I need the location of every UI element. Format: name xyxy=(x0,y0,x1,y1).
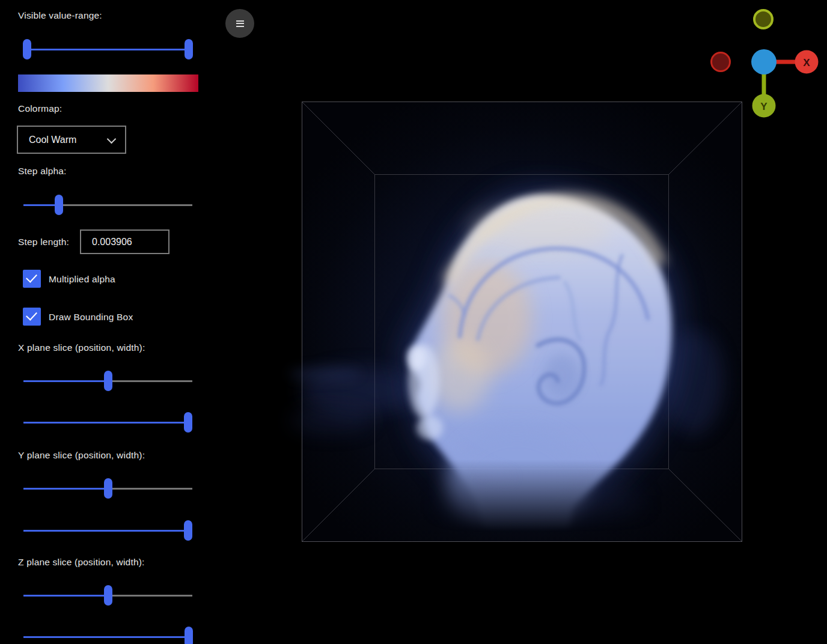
z-slice-width-thumb[interactable] xyxy=(185,627,193,644)
x-slice-width-thumb[interactable] xyxy=(184,412,192,433)
colormap-gradient-bar xyxy=(18,74,198,92)
value-range-high-thumb[interactable] xyxy=(185,39,193,59)
step-alpha-label: Step alpha: xyxy=(18,166,67,177)
colormap-label: Colormap: xyxy=(18,103,62,114)
step-length-label: Step length: xyxy=(18,237,69,248)
y-slice-width-slider[interactable] xyxy=(23,520,192,541)
x-slice-label: X plane slice (position, width): xyxy=(18,342,145,353)
step-alpha-slider[interactable] xyxy=(23,194,192,216)
value-range-label: Visible value-range: xyxy=(18,10,102,21)
gizmo-y-label: Y xyxy=(760,101,767,112)
z-slice-position-slider[interactable] xyxy=(23,585,192,606)
chevron-down-icon xyxy=(108,136,115,144)
multiplied-alpha-checkbox[interactable] xyxy=(23,270,41,288)
y-slice-position-thumb[interactable] xyxy=(104,478,112,499)
draw-bounding-box-checkbox[interactable] xyxy=(23,308,41,326)
gizmo-x-negative-handle[interactable] xyxy=(712,53,730,71)
colormap-select[interactable]: Cool Warm xyxy=(17,126,126,154)
colormap-selected-value: Cool Warm xyxy=(29,135,108,145)
z-slice-label: Z plane slice (position, width): xyxy=(18,557,145,568)
x-slice-position-slider[interactable] xyxy=(23,370,192,392)
y-slice-label: Y plane slice (position, width): xyxy=(18,450,145,461)
multiplied-alpha-label: Multiplied alpha xyxy=(49,274,115,285)
x-slice-position-thumb[interactable] xyxy=(104,371,112,391)
z-slice-position-thumb[interactable] xyxy=(104,585,112,606)
step-length-input[interactable] xyxy=(80,229,169,254)
y-slice-position-slider[interactable] xyxy=(23,478,192,499)
gizmo-z-negative-handle[interactable] xyxy=(754,10,772,28)
step-alpha-thumb[interactable] xyxy=(55,195,63,215)
draw-bounding-box-label: Draw Bounding Box xyxy=(49,312,133,323)
z-slice-width-slider[interactable] xyxy=(23,626,192,644)
value-range-slider[interactable] xyxy=(23,38,192,60)
gizmo-x-label: X xyxy=(803,57,810,68)
orientation-gizmo[interactable]: X Y xyxy=(712,10,819,118)
x-slice-width-slider[interactable] xyxy=(23,412,192,433)
value-range-low-thumb[interactable] xyxy=(23,39,31,59)
gizmo-center-handle[interactable] xyxy=(751,49,777,74)
y-slice-width-thumb[interactable] xyxy=(184,520,192,541)
hamburger-icon xyxy=(236,20,244,22)
hamburger-menu-button[interactable] xyxy=(225,9,254,38)
